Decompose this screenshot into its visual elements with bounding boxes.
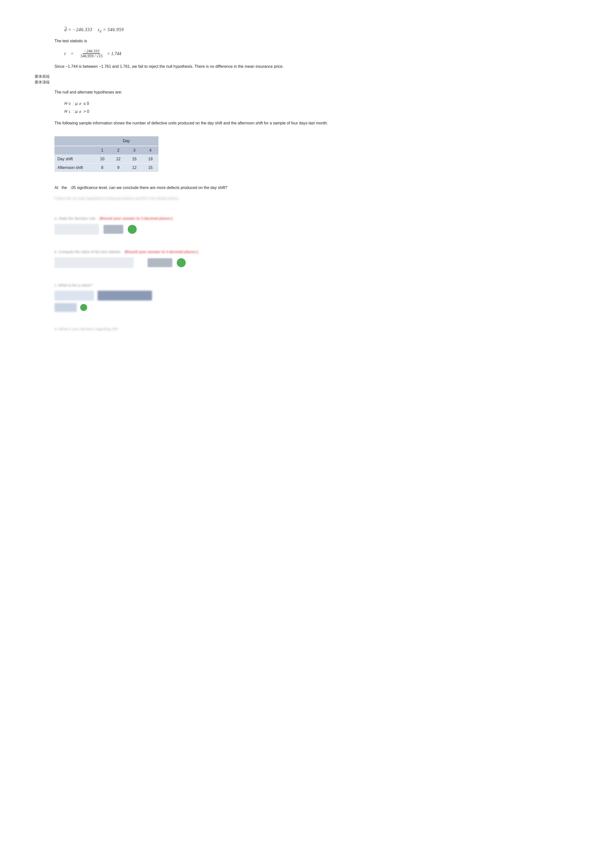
- table-header-row: Day: [54, 136, 159, 146]
- table-col-2: 2: [110, 146, 126, 155]
- sub-q-b-input-wide[interactable]: [54, 257, 134, 268]
- h0-ineq: ≤ 0: [82, 100, 89, 108]
- data-table-container: Day 1 2 3 4 Day shift 10 12 15 19 Aftern…: [54, 136, 579, 172]
- d-bar-line: d = −246.333 sd = 546.959: [64, 27, 579, 33]
- d-bar-symbol: d: [64, 27, 67, 32]
- h0-condition: : μ: [72, 100, 78, 108]
- hypotheses-intro: The null and alternate hypotheses are:: [54, 89, 579, 96]
- formula-denominator: 546.959 / √15: [79, 54, 104, 58]
- h0-sub2: d: [79, 101, 81, 107]
- row2-v1: 8: [94, 163, 110, 172]
- sd-subscript: d: [100, 29, 102, 33]
- sub-q-c-text: c. What is the p-value?: [54, 283, 92, 287]
- row1-label: Day shift: [54, 155, 94, 163]
- table-col-empty: [54, 146, 94, 155]
- table-col-1: 1: [94, 146, 110, 155]
- h1-sub2: d: [79, 108, 81, 115]
- table-col-4: 4: [142, 146, 159, 155]
- h0-line: H0 : μd ≤ 0: [64, 100, 579, 108]
- table-empty-header: [54, 136, 94, 146]
- table-col-3: 3: [126, 146, 142, 155]
- sub-q-a-label: a. State the decision rule. (Round your …: [54, 216, 579, 220]
- row1-v3: 15: [126, 155, 142, 163]
- sd-label: s: [98, 27, 100, 32]
- window-bottom-label: 窗体底端: [35, 74, 579, 79]
- sub-q-d-block: d. What is your decision regarding H0?: [35, 327, 579, 331]
- h0-sub: 0: [69, 101, 71, 107]
- sub-q-d-label: d. What is your decision regarding H0?: [54, 327, 579, 331]
- sub-q-a-block: a. State the decision rule. (Round your …: [35, 216, 579, 235]
- sub-q-a-answer-row: [54, 224, 579, 235]
- pvalue-box-2: [98, 291, 152, 301]
- main-question: At the .05 significance level, can we co…: [54, 184, 579, 191]
- row1-v1: 10: [94, 155, 110, 163]
- pvalue-check-icon[interactable]: [80, 304, 87, 311]
- sample-info-text: The following sample information shows t…: [54, 120, 579, 126]
- at-text: At: [54, 186, 58, 190]
- since-text: Since −1.744 is between −1.761 and 1.761…: [54, 64, 579, 70]
- row1-v4: 19: [142, 155, 159, 163]
- row2-v3: 12: [126, 163, 142, 172]
- pvalue-box-1[interactable]: [54, 291, 94, 301]
- row2-v2: 9: [110, 163, 126, 172]
- sub-q-c-answer-area: [54, 291, 579, 312]
- hypotheses-block: H0 : μd ≤ 0 H1 : μd > 0: [64, 100, 579, 116]
- sub-q-b-highlight: (Round your answer to 3 decimal places.): [124, 250, 198, 254]
- blurred-follow-up: Follow the six-step hypothesis testing p…: [54, 195, 579, 202]
- pvalue-box-3: [54, 303, 77, 312]
- formula-numerator: −246.333: [83, 49, 100, 54]
- significance-text: .05 significance level, can we conclude …: [70, 186, 227, 190]
- row1-v2: 12: [110, 155, 126, 163]
- sub-q-a-text: a. State the decision rule.: [54, 216, 98, 220]
- t-fraction: −246.333 546.959 / √15: [79, 49, 104, 58]
- table-col-numbers: 1 2 3 4: [54, 146, 159, 155]
- formula-block: t = −246.333 546.959 / √15 = 1.744: [64, 49, 579, 58]
- sub-q-a-input-box[interactable]: [54, 224, 99, 235]
- sub-q-c-label: c. What is the p-value?: [54, 283, 579, 287]
- test-statistic-intro: The test statistic is: [54, 38, 579, 44]
- t-label: t: [64, 51, 65, 56]
- sub-q-a-extra-box: [104, 225, 123, 234]
- t-result: = 1.744: [107, 51, 121, 56]
- sub-q-a-highlight: (Round your answer to 3 decimal places.): [99, 216, 173, 220]
- table-row-afternoonshift: Afternoon shift 8 9 12 15: [54, 163, 159, 172]
- row2-v4: 15: [142, 163, 159, 172]
- sub-q-b-extra-box: [148, 258, 172, 267]
- h0-label: H: [64, 100, 67, 108]
- pvalue-row-2: [54, 303, 579, 312]
- h1-ineq: > 0: [82, 108, 89, 116]
- sub-q-b-block: b. Compute the value of the test statist…: [35, 250, 579, 268]
- row2-label: Afternoon shift: [54, 163, 94, 172]
- table-day-header: Day: [94, 136, 159, 146]
- h1-label: H: [64, 108, 67, 116]
- the-text: the: [61, 186, 67, 190]
- sub-q-b-label: b. Compute the value of the test statist…: [54, 250, 579, 254]
- sub-q-b-check-icon[interactable]: [177, 258, 186, 267]
- h1-condition: : μ: [72, 108, 78, 116]
- h1-line: H1 : μd > 0: [64, 108, 579, 116]
- sub-q-a-check-icon[interactable]: [128, 225, 137, 234]
- window-top-label: 窗体顶端: [35, 80, 579, 85]
- sub-q-d-text: d. What is your decision regarding H0?: [54, 327, 118, 331]
- day-table: Day 1 2 3 4 Day shift 10 12 15 19 Aftern…: [54, 136, 159, 172]
- pvalue-row-1: [54, 291, 579, 301]
- sd-value: = 546.959: [103, 27, 124, 32]
- h1-sub: 1: [69, 108, 71, 115]
- sub-q-c-block: c. What is the p-value?: [35, 283, 579, 312]
- d-bar-value: = −246.333: [68, 27, 92, 32]
- page: d = −246.333 sd = 546.959 The test stati…: [35, 27, 579, 331]
- sub-q-b-answer-row: [54, 257, 579, 268]
- table-row-dayshift: Day shift 10 12 15 19: [54, 155, 159, 163]
- sub-q-b-text: b. Compute the value of the test statist…: [54, 250, 124, 254]
